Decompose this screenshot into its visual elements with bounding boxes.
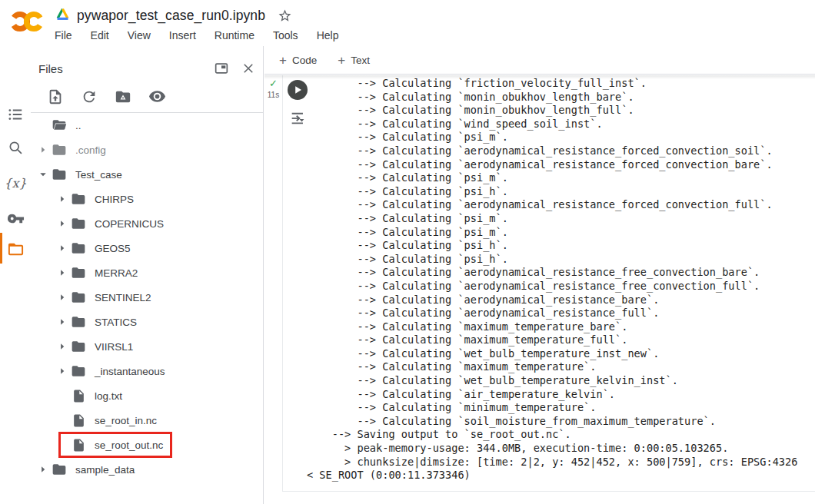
- folder-icon: [70, 265, 87, 280]
- tree-item-label: .config: [75, 144, 106, 156]
- rail-search-button[interactable]: [0, 136, 31, 159]
- folder-icon: [51, 142, 68, 158]
- colab-logo-icon: [10, 8, 44, 35]
- tree-item-label: _instantaneous: [95, 366, 165, 377]
- menu-tools[interactable]: Tools: [273, 29, 298, 41]
- rail-files-folder-button[interactable]: [0, 237, 31, 260]
- files-folder-icon: [7, 240, 25, 258]
- file-icon: [70, 413, 87, 428]
- tree-item-sentinel2[interactable]: SENTINEL2: [31, 285, 263, 310]
- rail-secrets-key-button[interactable]: [0, 207, 31, 230]
- tree-item-se-root-out-nc[interactable]: se_root_out.nc: [31, 433, 263, 457]
- expand-arrow-icon[interactable]: [55, 241, 70, 255]
- plus-icon: +: [338, 54, 345, 67]
- menu-file[interactable]: File: [55, 29, 72, 41]
- tree-item-label: STATICS: [95, 317, 137, 328]
- tree-item-sample-data[interactable]: sample_data: [31, 457, 263, 482]
- tree-item-se-root-in-nc[interactable]: se_root_in.nc: [31, 408, 263, 433]
- tree-item-viirsl1[interactable]: VIIRSL1: [31, 334, 263, 359]
- folder-open-icon: [51, 118, 68, 133]
- plus-icon: +: [279, 54, 287, 67]
- open-in-tab-icon[interactable]: [214, 61, 229, 76]
- tree-item-instantaneous[interactable]: _instantaneous: [31, 359, 263, 383]
- tree-item-label: GEOS5: [95, 243, 131, 254]
- expand-arrow-icon[interactable]: [55, 290, 70, 304]
- run-cell-button[interactable]: [288, 80, 308, 103]
- notebook-main: + Code + Text ✓ 11s: [264, 46, 815, 504]
- secrets-key-icon: [7, 210, 25, 227]
- tree-item-label: COPERNICUS: [95, 218, 164, 230]
- cell-toolbar: + Code + Text: [264, 46, 815, 75]
- tree-item-label: SENTINEL2: [95, 292, 151, 303]
- colab-logo[interactable]: [10, 8, 44, 38]
- menu-insert[interactable]: Insert: [169, 29, 196, 41]
- expand-arrow-icon[interactable]: [55, 340, 70, 353]
- cell-execution-gutter: ✓ 11s: [264, 78, 282, 99]
- add-code-button[interactable]: + Code: [279, 54, 317, 67]
- tree-item-label: se_root_out.nc: [95, 439, 163, 451]
- tree-item-label: sample_data: [75, 464, 135, 476]
- tree-item-test-case[interactable]: Test_case: [31, 162, 263, 187]
- menu-help[interactable]: Help: [317, 29, 339, 41]
- expand-arrow-icon[interactable]: [55, 364, 70, 378]
- colab-window: pywapor_test_case_run0.ipynb FileEditVie…: [0, 0, 815, 504]
- folder-icon: [70, 363, 87, 379]
- mount-drive-icon[interactable]: [115, 88, 131, 105]
- cell-output-log: --> Calculating `friction_velocity_full_…: [307, 77, 812, 482]
- tree-item-label: se_root_in.nc: [95, 415, 157, 426]
- refresh-icon[interactable]: [81, 88, 98, 105]
- add-text-label: Text: [351, 55, 370, 66]
- tree-item-config[interactable]: .config: [31, 138, 263, 162]
- header: pywapor_test_case_run0.ipynb FileEditVie…: [0, 0, 815, 46]
- expand-arrow-icon[interactable]: [35, 143, 51, 157]
- expand-arrow-icon[interactable]: [55, 266, 70, 280]
- tree-item-label: ..: [75, 120, 82, 131]
- tree-item-[interactable]: ..: [31, 113, 263, 138]
- tree-item-label: Test_case: [75, 169, 122, 181]
- notebook-scroll-area: ✓ 11s: [264, 75, 815, 504]
- tree-item-copernicus[interactable]: COPERNICUS: [31, 211, 263, 236]
- rail-table-of-contents-button[interactable]: [0, 103, 31, 126]
- code-cell: --> Calculating `friction_velocity_full_…: [282, 75, 815, 492]
- expand-arrow-icon[interactable]: [55, 217, 70, 230]
- expand-arrow-icon[interactable]: [35, 463, 51, 476]
- tree-item-label: CHIRPS: [95, 194, 134, 205]
- menu-edit[interactable]: Edit: [91, 29, 109, 41]
- star-outline-icon[interactable]: [278, 8, 292, 23]
- execution-success-check-icon: ✓: [264, 78, 282, 89]
- toggle-hidden-files-icon[interactable]: [148, 88, 166, 105]
- table-of-contents-icon: [7, 106, 24, 123]
- file-icon: [70, 438, 87, 453]
- folder-icon: [70, 191, 87, 207]
- file-icon: [70, 389, 87, 403]
- menu-runtime[interactable]: Runtime: [215, 29, 254, 41]
- tree-item-log-txt[interactable]: log.txt: [31, 383, 263, 408]
- expand-arrow-icon[interactable]: [55, 315, 70, 329]
- tree-item-statics[interactable]: STATICS: [31, 310, 263, 334]
- collapse-arrow-icon[interactable]: [35, 167, 51, 181]
- tree-item-chirps[interactable]: CHIRPS: [31, 187, 263, 211]
- tree-item-label: log.txt: [95, 390, 122, 402]
- executed-code-history-icon[interactable]: [289, 110, 306, 130]
- tree-item-geos5[interactable]: GEOS5: [31, 236, 263, 260]
- tree-item-merra2[interactable]: MERRA2: [31, 260, 263, 285]
- folder-icon: [70, 290, 87, 305]
- files-panel: Files ...configTest_caseCHIRPSCOPERNICUS…: [31, 46, 264, 504]
- expand-arrow-icon[interactable]: [55, 192, 70, 206]
- execution-time: 11s: [264, 91, 282, 99]
- folder-icon: [70, 314, 87, 330]
- folder-icon: [70, 216, 87, 231]
- folder-icon: [70, 240, 87, 256]
- notebook-title[interactable]: pywapor_test_case_run0.ipynb: [77, 8, 265, 24]
- add-code-label: Code: [292, 55, 317, 66]
- close-icon[interactable]: [241, 61, 255, 75]
- folder-icon: [51, 167, 68, 182]
- menu-view[interactable]: View: [128, 29, 151, 41]
- drive-icon: [55, 7, 70, 25]
- files-toolbar: [47, 88, 166, 105]
- code-snippets-icon: {x}: [4, 176, 26, 191]
- tree-item-label: MERRA2: [95, 267, 138, 279]
- rail-code-snippets-button[interactable]: {x}: [0, 171, 31, 194]
- add-text-button[interactable]: + Text: [338, 54, 370, 67]
- upload-file-icon[interactable]: [47, 88, 64, 105]
